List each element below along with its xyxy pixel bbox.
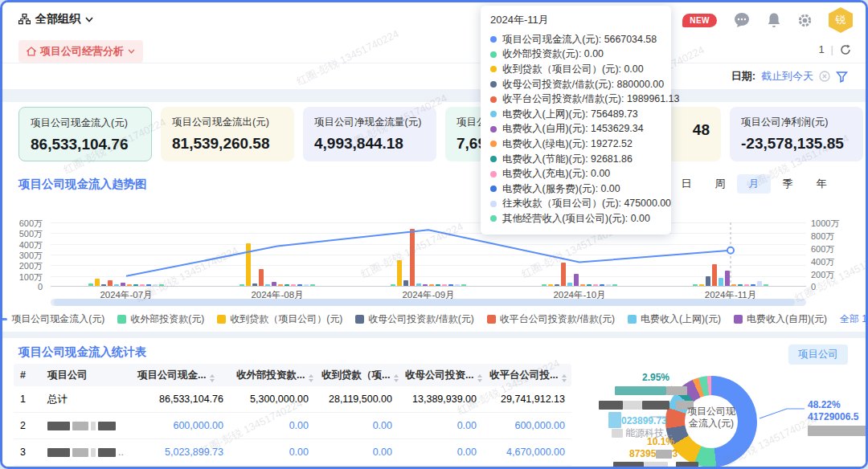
legend-item[interactable]: 收外部投资款(元) [117, 312, 204, 326]
legend-item[interactable]: 电费收入(上网)(元) [628, 312, 721, 326]
table-row[interactable]: 2600,000.000.000.000.00600,000.00 [14, 413, 571, 439]
kpi-card-2[interactable]: 项目公司现金流出(元)81,539,260.58 [161, 107, 294, 161]
section-divider [2, 332, 866, 338]
gear-icon[interactable] [797, 13, 813, 28]
table-cell: 0.00 [315, 420, 399, 431]
kpi-label: 项目公司现金流入(元) [31, 116, 140, 130]
home-icon [27, 47, 36, 56]
sort-icon[interactable] [477, 374, 482, 382]
legend-item[interactable]: 收平台公司投资款/借款(元) [487, 312, 615, 326]
period-周[interactable]: 周 [703, 174, 737, 194]
legend-swatch-icon [0, 318, 7, 320]
hover-marker [727, 247, 734, 254]
kpi-value: 4,993,844.18 [314, 135, 425, 153]
legend-show-all[interactable]: 全部 13 [840, 312, 868, 326]
org-selector[interactable]: 全部组织 [18, 12, 93, 27]
table-section: 项目公司现金流入统计表 #项目公司项目公司现金...收外部投资款...收到贷款（… [2, 338, 575, 467]
tooltip-item: 电费收入(服务费)(元): 0.00 [490, 181, 661, 197]
refresh-icon[interactable] [840, 44, 851, 55]
table-cell: 0.00 [230, 447, 315, 458]
sort-icon[interactable] [210, 374, 215, 382]
legend-item[interactable]: 收母公司投资款/借款(元) [355, 312, 473, 326]
chart-tooltip: 2024年-11月 项目公司现金流入(元): 5667034.58收外部投资款(… [481, 6, 671, 234]
funnel-icon[interactable] [836, 71, 848, 83]
top-bar: 全部组织 案中心 NEW [2, 2, 866, 38]
tooltip-item: 收到贷款（项目公司）(元): 0.00 [490, 62, 661, 77]
column-header[interactable]: 项目公司现金... [131, 369, 230, 382]
kpi-card-1[interactable]: 项目公司现金流入(元)86,533,104.76 [18, 107, 152, 161]
tab-bar: 项目公司经营分析 1 | [2, 38, 866, 63]
filter-row: 日期: 截止到今天 [2, 63, 866, 89]
donut-center-label: 项目公司现 金流入(元) [653, 406, 769, 430]
org-hierarchy-icon [18, 14, 31, 25]
kpi-label: 项目公司净利润(元) [741, 116, 852, 129]
tooltip-item: 电费收入(充电)(元): 0.00 [490, 166, 661, 181]
right-axis-tick: 1000万 [811, 218, 839, 230]
table-header-row: #项目公司项目公司现金...收外部投资款...收到贷款（项...收母公司投资..… [14, 364, 571, 386]
sort-icon[interactable] [562, 374, 567, 382]
tooltip-item: 电费收入(自用)(元): 1453629.34 [490, 122, 661, 137]
tooltip-item: 收母公司投资款/借款(元): 880000.00 [490, 77, 661, 92]
series-dot-icon [490, 66, 497, 72]
legend-swatch-icon [355, 315, 364, 324]
table-cell: 29,741,912.13 [483, 394, 571, 405]
legend-item[interactable]: 收到贷款（项目公司）(元) [217, 312, 342, 326]
right-axis-tick: 400万 [811, 256, 834, 268]
table-cell: 0.00 [315, 447, 399, 458]
bell-icon[interactable] [767, 12, 781, 28]
period-日[interactable]: 日 [669, 174, 703, 194]
kpi-card-6[interactable]: 项目公司净利润(元)-23,578,135.85 [730, 107, 863, 161]
column-header[interactable]: 收到贷款（项... [315, 369, 399, 382]
new-badge[interactable]: NEW [682, 14, 717, 27]
kpi-card-3[interactable]: 项目公司净现金流量(元)4,993,844.18 [303, 107, 436, 161]
series-dot-icon [490, 141, 497, 147]
chevron-down-icon [128, 49, 135, 54]
table-cell: 4,670,000.00 [483, 447, 571, 458]
donut-label-yellow-pct: 10.1% [647, 436, 674, 447]
table-cell: 28,119,500.00 [315, 394, 399, 405]
series-dot-icon [490, 215, 497, 222]
table-cell: 13,389,939.00 [399, 394, 483, 405]
legend-swatch-icon [217, 315, 226, 324]
series-dot-icon [490, 156, 497, 162]
avatar[interactable]: 锐 [829, 7, 853, 33]
right-axis-tick: 600万 [811, 243, 834, 255]
org-label: 全部组织 [35, 12, 80, 27]
column-header[interactable]: 收母公司投资... [399, 369, 483, 382]
table-cell: 5,300,000.00 [230, 394, 315, 405]
column-header[interactable]: 收外部投资款... [230, 369, 315, 382]
tooltip-title: 2024年-11月 [490, 13, 661, 27]
tooltip-item: 电费收入(节能)(元): 92681.86 [490, 152, 661, 167]
message-icon[interactable] [733, 12, 751, 28]
data-zoom-handle[interactable] [54, 299, 795, 306]
date-filter-value[interactable]: 截止到今天 [761, 69, 813, 84]
sort-icon[interactable] [309, 374, 313, 382]
kpi-card-row: 项目公司现金流入(元)86,533,104.76项目公司现金流出(元)81,53… [2, 102, 866, 166]
series-dot-icon [490, 111, 497, 117]
table-title: 项目公司现金流入统计表 [18, 345, 147, 360]
right-axis-tick: 200万 [811, 269, 834, 281]
table-cell: 86,533,104.76 [131, 394, 230, 405]
tab-project-analysis[interactable]: 项目公司经营分析 [18, 40, 143, 63]
period-季[interactable]: 季 [771, 174, 805, 194]
legend-swatch-icon [117, 315, 126, 324]
kpi-value: -23,578,135.85 [741, 135, 852, 153]
table-cell: 0.00 [230, 420, 315, 431]
donut-section: 项目公司 项目公司现 金流入(元) 2.95% 023899.73 能源科技..… [576, 338, 866, 467]
table-row[interactable]: 1总计86,533,104.765,300,000.0028,119,500.0… [14, 386, 571, 413]
legend-item[interactable]: 电费收入(自用)(元) [734, 312, 827, 326]
column-header[interactable]: 收平台公司投... [483, 369, 571, 382]
table-row[interactable]: 3..5,023,899.730.000.000.004,670,000.00 [14, 439, 571, 466]
data-zoom-slider[interactable] [51, 299, 806, 306]
period-月[interactable]: 月 [737, 174, 771, 194]
table-cell: 0.00 [399, 420, 483, 431]
trend-chart-section: 项目公司现金流入趋势图 日周月季年 600万500万400万300万200万10… [2, 166, 866, 332]
series-dot-icon [490, 51, 497, 58]
legend-swatch-icon [628, 315, 637, 324]
donut-label-teal-pct: 2.95% [642, 372, 669, 383]
clear-filter-icon[interactable] [819, 71, 830, 82]
table-row[interactable]: 4..200,000.000.000.000.00200,000.00 [14, 466, 571, 469]
legend-item[interactable]: 项目公司现金流入(元) [0, 312, 104, 326]
donut-label-blue-pct: 48.22% [808, 399, 841, 410]
period-年[interactable]: 年 [805, 174, 838, 194]
